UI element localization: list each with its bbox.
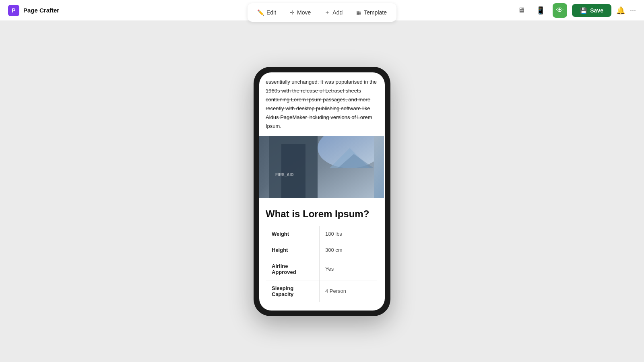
notification-button[interactable]: 🔔 xyxy=(616,6,625,15)
spec-value: 300 cm xyxy=(319,242,377,258)
phone-frame: essentially unchanged. It was popularise… xyxy=(254,67,390,316)
table-row: Weight 180 lbs xyxy=(266,226,378,242)
lorem-paragraph: essentially unchanged. It was popularise… xyxy=(259,72,384,136)
spec-value: Yes xyxy=(319,258,377,280)
table-row: Sleeping Capacity 4 Person xyxy=(266,280,378,302)
phone-screen: essentially unchanged. It was popularise… xyxy=(259,72,385,311)
spec-value: 180 lbs xyxy=(319,226,377,242)
spec-label: Weight xyxy=(266,226,320,242)
edit-button[interactable]: ✏️ Edit xyxy=(251,6,283,19)
spec-label: Airline Approved xyxy=(266,258,320,280)
template-icon: ▦ xyxy=(356,9,361,16)
toolbar: ✏️ Edit ✛ Move ＋ Add ▦ Template xyxy=(248,3,396,22)
app-logo: P xyxy=(8,5,19,16)
preview-button[interactable]: 👁 xyxy=(553,3,567,18)
save-button[interactable]: 💾 Save xyxy=(572,4,611,17)
add-button[interactable]: ＋ Add xyxy=(318,6,349,19)
main-content: essentially unchanged. It was popularise… xyxy=(0,21,644,362)
product-image: FIRS_AID xyxy=(259,136,384,198)
spec-label: Height xyxy=(266,242,320,258)
template-button[interactable]: ▦ Template xyxy=(350,6,393,19)
edit-icon: ✏️ xyxy=(257,9,264,16)
bell-icon: 🔔 xyxy=(616,6,625,14)
desktop-view-button[interactable]: 🖥 xyxy=(514,3,528,18)
spec-value: 4 Person xyxy=(319,280,377,302)
mobile-view-button[interactable]: 📱 xyxy=(533,3,548,18)
mobile-icon: 📱 xyxy=(536,6,545,15)
specs-table: Weight 180 lbs Height 300 cm Airline App… xyxy=(266,226,378,302)
move-icon: ✛ xyxy=(290,9,295,16)
app-brand: P Page Crafter xyxy=(8,5,59,16)
product-image-svg: FIRS_AID xyxy=(269,136,374,198)
eye-icon: 👁 xyxy=(556,6,564,14)
top-bar: P Page Crafter ✏️ Edit ✛ Move ＋ Add ▦ Te… xyxy=(0,0,644,21)
add-icon: ＋ xyxy=(324,9,330,16)
top-bar-right: 🖥 📱 👁 💾 Save 🔔 ··· xyxy=(514,3,636,18)
app-title: Page Crafter xyxy=(23,7,59,14)
ellipsis-icon: ··· xyxy=(630,6,636,14)
svg-rect-5 xyxy=(281,144,305,198)
spec-label: Sleeping Capacity xyxy=(266,280,320,302)
table-row: Height 300 cm xyxy=(266,242,378,258)
save-icon: 💾 xyxy=(580,7,587,14)
move-button[interactable]: ✛ Move xyxy=(283,6,317,19)
section-heading: What is Lorem Ipsum? xyxy=(259,202,384,226)
table-row: Airline Approved Yes xyxy=(266,258,378,280)
desktop-icon: 🖥 xyxy=(518,6,525,14)
svg-text:FIRS_AID: FIRS_AID xyxy=(275,173,294,177)
phone-content[interactable]: essentially unchanged. It was popularise… xyxy=(259,72,385,311)
more-options-button[interactable]: ··· xyxy=(630,6,636,14)
